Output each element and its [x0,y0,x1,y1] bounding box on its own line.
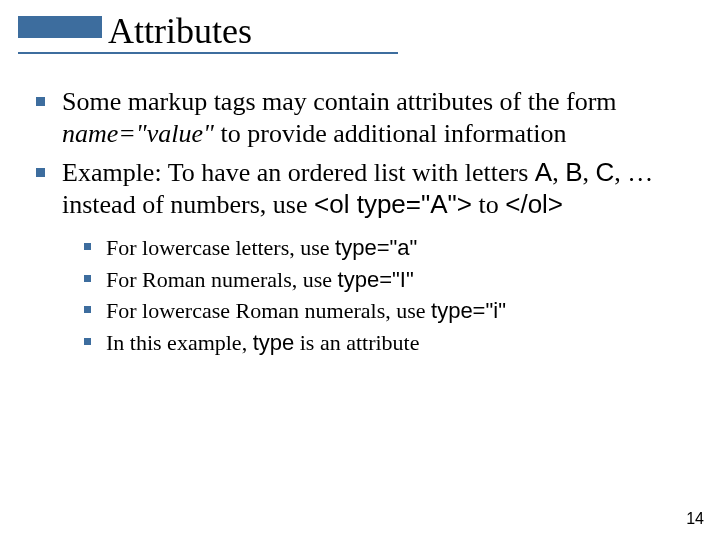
text: , [552,158,565,187]
code: type="a" [335,235,417,260]
text: =" [118,119,146,148]
text: For lowercase Roman numerals, use [106,298,431,323]
content-area: Some markup tags may contain attributes … [34,86,696,366]
list-item: For Roman numerals, use type="I" [82,265,696,295]
text: to [472,190,505,219]
text: Some markup tags may contain [62,87,396,116]
code-ol-open: <ol type="A"> [314,189,472,219]
code: type="i" [431,298,506,323]
bullet-list: Some markup tags may contain attributes … [34,86,696,358]
text-name: name [62,119,118,148]
text: For lowercase letters, use [106,235,335,260]
code-ol-close: </ol> [505,189,563,219]
text: Example: To have an ordered list with le… [62,158,535,187]
text: , [582,158,595,187]
text: " [203,119,214,148]
text-A: A [535,157,552,187]
text: For Roman numerals, use [106,267,338,292]
text: is an attribute [294,330,419,355]
slide: Attributes Some markup tags may contain … [0,0,720,540]
sub-bullet-list: For lowercase letters, use type="a" For … [82,233,696,358]
text-C: C [595,157,614,187]
page-title: Attributes [108,10,252,52]
text-attributes: attributes [396,87,493,116]
list-item: Example: To have an ordered list with le… [34,157,696,357]
code: type [253,330,295,355]
title-accent-bar [18,16,102,38]
text-B: B [565,157,582,187]
text: In this example, [106,330,253,355]
list-item: In this example, type is an attribute [82,328,696,358]
list-item: For lowercase letters, use type="a" [82,233,696,263]
text: of the form [493,87,616,116]
list-item: For lowercase Roman numerals, use type="… [82,296,696,326]
list-item: Some markup tags may contain attributes … [34,86,696,149]
title-underline [18,52,398,54]
text-value: value [147,119,203,148]
page-number: 14 [686,510,704,528]
code: type="I" [338,267,414,292]
text: to provide additional information [214,119,566,148]
